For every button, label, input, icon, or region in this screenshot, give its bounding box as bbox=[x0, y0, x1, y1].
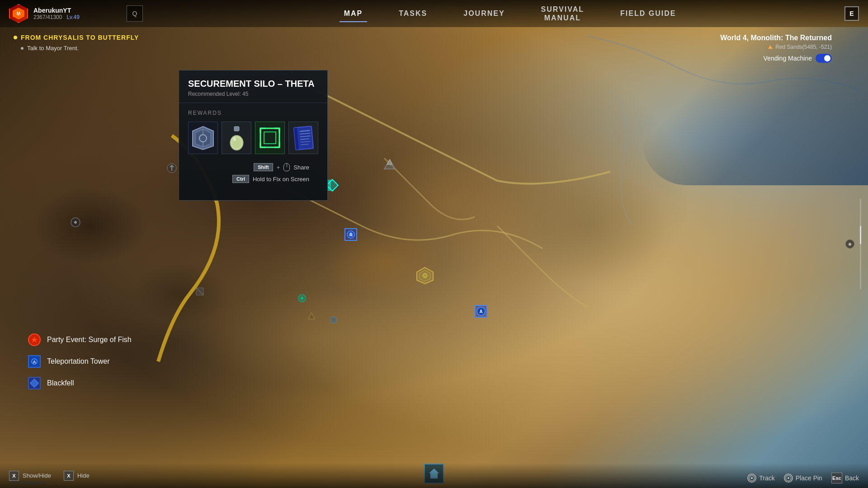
popup-title: SECUREMENT SILO – THETA bbox=[188, 79, 318, 89]
svg-marker-47 bbox=[31, 337, 38, 343]
svg-marker-28 bbox=[387, 160, 392, 164]
player-level: Lv.49 bbox=[66, 14, 79, 20]
popup-rewards: REWARDS bbox=[179, 103, 327, 200]
quest-sub: Talk to Mayor Trent. bbox=[14, 45, 139, 52]
cursor-diamond bbox=[326, 179, 339, 192]
quest-title: FROM CHRYSALIS TO BUTTERFLY bbox=[21, 34, 139, 41]
compass: ◉ bbox=[845, 239, 854, 249]
party-event-label: Party Event: Surge of Fish bbox=[47, 336, 132, 344]
svg-rect-10 bbox=[264, 132, 276, 144]
map-marker-mountain[interactable] bbox=[383, 158, 396, 173]
legend-party-event: Party Event: Surge of Fish bbox=[27, 333, 132, 347]
blackfell-marker bbox=[28, 377, 41, 389]
map-marker-signal[interactable] bbox=[166, 163, 177, 175]
teleport-marker: A bbox=[28, 355, 41, 368]
svg-point-51 bbox=[751, 477, 753, 479]
tab-journey[interactable]: JOURNEY bbox=[459, 7, 509, 20]
top-navigation: M AberukunYT 2367/41300 Lv.49 Q MAP TASK… bbox=[0, 0, 868, 27]
tab-survival-manual[interactable]: SURVIVALMANUAL bbox=[537, 3, 589, 24]
mouse-icon bbox=[283, 163, 290, 171]
svg-text:A: A bbox=[479, 309, 482, 314]
hide-label: Hide bbox=[77, 472, 90, 479]
scroll-thumb bbox=[860, 226, 861, 244]
esc-key: Esc bbox=[831, 473, 842, 483]
fix-screen-action-row: Ctrl Hold to Fix on Screen bbox=[197, 175, 309, 183]
rewards-grid bbox=[188, 122, 318, 154]
player-info: M AberukunYT 2367/41300 Lv.49 bbox=[0, 4, 127, 23]
vending-toggle-switch[interactable] bbox=[816, 54, 832, 63]
place-pin-action[interactable]: Place Pin bbox=[784, 474, 822, 483]
tab-tasks[interactable]: TASKS bbox=[394, 7, 432, 20]
track-action[interactable]: Track bbox=[747, 474, 774, 483]
toggle-dot bbox=[824, 55, 830, 61]
map-marker-small-2[interactable] bbox=[297, 294, 307, 305]
armor-icon bbox=[192, 126, 214, 150]
back-action[interactable]: Esc Back bbox=[831, 473, 859, 483]
svg-point-53 bbox=[788, 477, 789, 479]
coord-text: Red Sands(5485, -521) bbox=[775, 44, 832, 50]
place-pin-gamepad-icon bbox=[784, 474, 793, 483]
svg-text:A: A bbox=[33, 360, 36, 364]
blackfell-icon bbox=[27, 376, 42, 390]
hide-key: X bbox=[64, 471, 74, 481]
tab-map[interactable]: MAP bbox=[340, 7, 368, 20]
track-gamepad-icon bbox=[747, 474, 756, 483]
show-hide-key: X bbox=[9, 471, 19, 481]
reward-book bbox=[288, 122, 318, 154]
svg-marker-39 bbox=[308, 313, 315, 319]
popup-actions: Shift + Share Ctrl Hold to Fix on Screen bbox=[188, 163, 318, 193]
shift-key: Shift bbox=[254, 163, 273, 171]
reward-armor bbox=[188, 122, 218, 154]
teleport-tower-icon: A bbox=[27, 354, 42, 369]
player-xp: 2367/41300 bbox=[33, 14, 62, 20]
world-name: World 4, Monolith: The Returned bbox=[720, 34, 832, 42]
map-marker-teleport-tower[interactable]: A bbox=[344, 228, 357, 241]
legend-blackfell: Blackfell bbox=[27, 376, 132, 390]
show-hide-group: X Show/Hide X Hide bbox=[9, 471, 90, 481]
party-event-icon bbox=[27, 333, 42, 347]
quest-tracker: FROM CHRYSALIS TO BUTTERFLY Talk to Mayo… bbox=[14, 34, 139, 52]
bottom-right-actions: Track Place Pin Esc Back bbox=[747, 473, 859, 483]
bottom-bar: X Show/Hide X Hide bbox=[0, 463, 868, 488]
map-marker-small-4[interactable] bbox=[330, 316, 337, 325]
player-name: AberukunYT bbox=[33, 7, 80, 14]
e-key-button[interactable]: E bbox=[844, 6, 859, 21]
map-marker-small-3[interactable] bbox=[307, 312, 316, 322]
rewards-label: REWARDS bbox=[188, 110, 318, 116]
map-marker-teleport-2[interactable]: A bbox=[475, 305, 487, 318]
legend-teleport-tower: A Teleportation Tower bbox=[27, 354, 132, 369]
svg-point-8 bbox=[233, 137, 236, 141]
svg-rect-40 bbox=[331, 317, 336, 323]
show-hide-label: Show/Hide bbox=[23, 472, 51, 479]
map-marker-small-1[interactable] bbox=[195, 287, 204, 298]
nav-tabs: MAP TASKS JOURNEY SURVIVALMANUAL FIELD G… bbox=[152, 3, 868, 24]
svg-point-45 bbox=[423, 273, 427, 278]
svg-rect-9 bbox=[260, 128, 279, 147]
inventory-button[interactable]: Q bbox=[127, 5, 143, 22]
share-action-row: Shift + Share bbox=[197, 163, 309, 171]
svg-rect-5 bbox=[234, 127, 239, 131]
tab-field-guide[interactable]: FIELD GUIDE bbox=[616, 7, 680, 20]
reward-potion bbox=[222, 122, 251, 154]
map-marker-left-1[interactable] bbox=[70, 217, 81, 230]
scroll-track bbox=[860, 199, 861, 289]
track-label: Track bbox=[759, 474, 774, 482]
player-details: AberukunYT 2367/41300 Lv.49 bbox=[33, 7, 80, 20]
vending-machine-toggle[interactable]: Vending Machine bbox=[720, 54, 832, 63]
back-label: Back bbox=[845, 474, 859, 482]
ctrl-key: Ctrl bbox=[232, 175, 249, 183]
blackfell-diamond bbox=[30, 379, 39, 388]
avatar-inner: M bbox=[13, 8, 24, 19]
place-pin-label: Place Pin bbox=[796, 474, 822, 482]
location-popup: SECUREMENT SILO – THETA Recommended Leve… bbox=[179, 70, 328, 201]
map-marker-silo-2[interactable] bbox=[416, 267, 434, 286]
teleport-tower-label: Teleportation Tower bbox=[47, 357, 109, 366]
scroll-indicator[interactable] bbox=[860, 199, 861, 289]
party-event-marker bbox=[28, 333, 41, 346]
vending-label: Vending Machine bbox=[764, 55, 812, 62]
player-avatar: M bbox=[9, 4, 28, 23]
quest-objective: Talk to Mayor Trent. bbox=[27, 45, 79, 52]
location-triangle-icon bbox=[768, 45, 773, 49]
quest-dot bbox=[14, 36, 17, 39]
share-label: Share bbox=[293, 164, 309, 171]
